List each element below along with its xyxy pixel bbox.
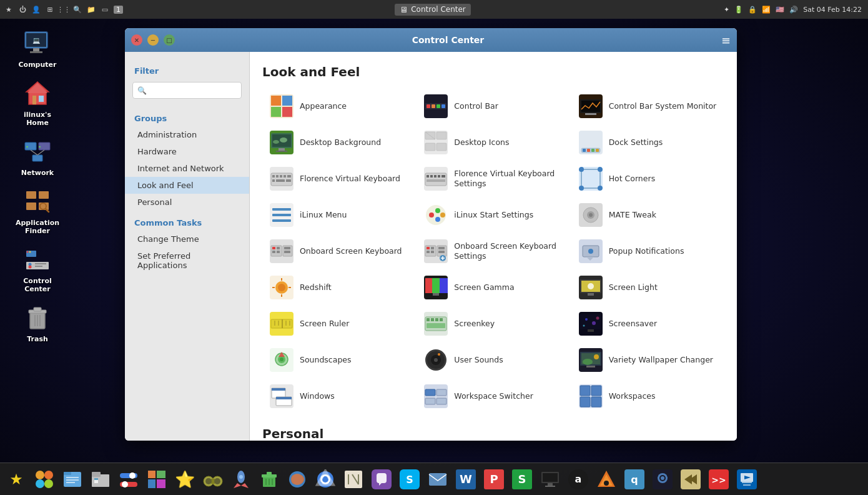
trash-label: Trash [27,335,48,343]
dock-fm[interactable] [87,466,114,492]
onboard-kb-settings-item[interactable]: Onboard Screen Keyboard Settings [417,234,570,269]
desktop-icon-controlcenter[interactable]: Control Center [12,244,62,293]
dock-rocket[interactable] [228,466,254,492]
desktop-bg-item[interactable]: Desktop Background [262,125,415,160]
onboard-kb-item[interactable]: Onboard Screen Keyboard [262,234,415,269]
active-window-icon: 🖥 [400,5,408,14]
dock-firefox[interactable] [284,466,310,492]
apps-icon[interactable]: ⋮⋮ [59,4,69,14]
search-icon2[interactable]: 🔍 [72,4,82,14]
dock-steam[interactable] [649,466,676,492]
search-input[interactable] [132,82,242,99]
dock-palette[interactable] [144,466,170,492]
florence-vk-settings-item[interactable]: Florence Virtual Keyboard Settings [417,161,570,196]
volume-icon[interactable]: 🔊 [789,6,798,14]
screen-ruler-item[interactable]: Screen Ruler [262,306,415,341]
minimize-button[interactable]: − [147,34,159,46]
control-bar-item[interactable]: Control Bar [417,89,570,124]
svg-rect-195 [425,398,435,404]
dock-logician[interactable] [340,466,367,492]
maximize-button[interactable]: □ [164,34,175,46]
sidebar-item-change-theme[interactable]: Change Theme [125,231,249,248]
workspace-badge[interactable]: 1 [114,6,123,14]
dock-monitor2[interactable] [537,466,563,492]
star-icon[interactable]: ★ [4,4,14,14]
control-bar-monitor-item[interactable]: Control Bar System Monitor [571,89,724,124]
desktop-icon-network[interactable]: Network [12,136,62,177]
mate-tweak-item[interactable]: MATE Tweak [571,198,724,232]
desktop-icon-home[interactable]: ilinux's Home [12,78,62,127]
close-button[interactable]: ✕ [131,34,142,46]
battery-icon[interactable]: 🔋 [734,6,743,14]
dock-settings-item[interactable]: Dock Settings [571,125,724,160]
dock-amazon[interactable]: a [565,466,591,492]
desktop-icon-computer[interactable]: 💻 Computer [12,28,62,69]
svg-rect-2 [33,48,39,51]
ilinux-start-item[interactable]: iLinux Start Settings [417,198,570,232]
dock-skype[interactable]: S [397,466,423,492]
dock-vlc[interactable] [593,466,619,492]
signal-icon[interactable]: 📶 [762,6,771,14]
sidebar-item-internet[interactable]: Internet and Network [125,160,249,177]
florence-vk-item[interactable]: Florence Virtual Keyboard [262,161,415,196]
dock-toggle[interactable] [116,466,142,492]
desktop-icon-trash[interactable]: Trash [12,302,62,343]
desktop-icon-appfinder[interactable]: Application Finder [12,186,62,235]
sidebar-item-personal[interactable]: Personal [125,194,249,211]
dock-anydesk[interactable]: >> [706,466,732,492]
window-menu-button[interactable]: ≡ [721,34,731,47]
user-icon[interactable]: 👤 [31,4,41,14]
dock-trash-can[interactable] [256,466,282,492]
workspace-switcher-item[interactable]: Workspace Switcher [417,379,570,414]
bluetooth-icon[interactable]: ✦ [724,6,729,14]
soundscapes-item[interactable]: Soundscapes [262,342,415,378]
folder-icon[interactable]: 📁 [86,4,96,14]
grid-icon[interactable]: ⊞ [45,4,55,14]
hot-corners-item[interactable]: Hot Corners [571,161,724,196]
svg-rect-61 [425,143,435,151]
dock-mail[interactable] [425,466,451,492]
dock-superstar[interactable]: ★ [3,466,29,492]
dock-chrome[interactable] [312,466,338,492]
lock-icon[interactable]: 🔒 [748,6,757,14]
dock-wps[interactable]: P [481,466,507,492]
screen-gamma-item[interactable]: Screen Gamma [417,270,570,305]
dock-qbittorrent[interactable]: q [621,466,648,492]
power-icon[interactable]: ⏻ [17,4,27,14]
screen-light-item[interactable]: Screen Light [571,270,724,305]
dock-teamviewer[interactable] [734,466,760,492]
popup-notify-item[interactable]: Popup Notifications [571,234,724,269]
appearance-item[interactable]: Appearance [262,89,415,124]
sidebar-item-hardware[interactable]: Hardware [125,143,249,160]
terminal-icon[interactable]: ▭ [100,4,110,14]
svg-rect-69 [596,149,599,152]
user-sounds-item[interactable]: User Sounds [417,342,570,378]
svg-rect-11 [32,155,42,161]
svg-text:a: a [575,473,582,485]
dock-word[interactable]: W [453,466,479,492]
screen-gamma-label: Screen Gamma [454,282,514,292]
sidebar-item-preferred-apps[interactable]: Set Preferred Applications [125,248,249,274]
dock-spreadsheet[interactable]: S [509,466,535,492]
screenkey-item[interactable]: Screenkey [417,306,570,341]
dock-binoculars[interactable] [200,466,226,492]
desktop-icons-item[interactable]: Desktop Icons [417,125,570,160]
variety-item[interactable]: Variety Wallpaper Changer [571,342,724,378]
ilinux-menu-item[interactable]: iLinux Menu [262,198,415,232]
screensaver-item[interactable]: Screensaver [571,306,724,341]
windows-item[interactable]: Windows [262,379,415,414]
svg-rect-253 [157,479,165,488]
svg-rect-3 [30,51,42,53]
active-window-button[interactable]: 🖥 Control Center [395,4,471,16]
svg-rect-119 [427,247,430,249]
dock-viber[interactable] [368,466,395,492]
dock-rewind[interactable] [678,466,704,492]
dock-circles[interactable] [31,466,57,492]
sidebar-item-look[interactable]: Look and Feel [125,177,249,194]
dock-star-favorite[interactable]: ⭐ [172,466,198,492]
redshift-item[interactable]: Redshift [262,270,415,305]
sidebar-item-administration[interactable]: Administration [125,126,249,143]
dock-files[interactable] [59,466,86,492]
svg-point-174 [280,358,284,361]
workspaces-item[interactable]: Workspaces [571,379,724,414]
